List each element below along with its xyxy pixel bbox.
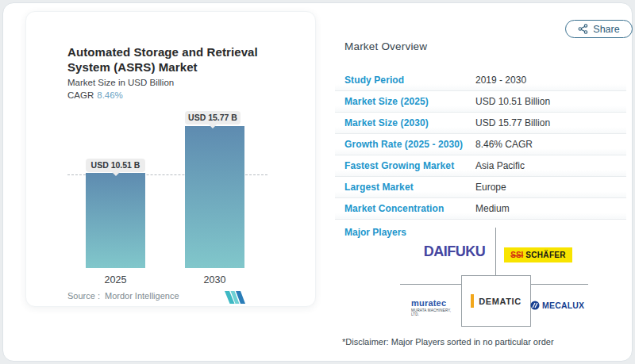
- x-axis-label-2025: 2025: [86, 274, 145, 285]
- muratec-logo: muratec MURATA MACHINERY, LTD.: [411, 298, 459, 316]
- mecalux-logo-text: MECALUX: [542, 301, 584, 310]
- row-value: 8.46% CAGR: [475, 139, 533, 150]
- row-value: Medium: [475, 203, 510, 214]
- table-row: Market Size (2025) USD 10.51 Billion: [335, 91, 626, 113]
- overview-table: Study Period 2019 - 2030 Market Size (20…: [335, 70, 626, 220]
- dematic-logo-text: DEMATIC: [479, 297, 521, 306]
- row-value: Asia Pacific: [475, 160, 525, 171]
- muratec-logo-text: muratec: [411, 298, 459, 308]
- row-value: 2019 - 2030: [475, 75, 526, 86]
- share-button[interactable]: Share: [565, 20, 633, 38]
- row-label: Market Size (2030): [344, 117, 429, 128]
- ssi-logo-prefix: SSI: [510, 251, 523, 259]
- chart-subtitle: Market Size in USD Billion: [67, 78, 174, 87]
- daifuku-logo: DAIFUKU: [416, 243, 493, 260]
- ssi-logo-name: SCHÄFER: [525, 251, 565, 259]
- share-button-label: Share: [593, 24, 619, 35]
- mordor-intelligence-logo-icon: [225, 291, 245, 307]
- row-label: Largest Market: [344, 182, 414, 193]
- disclaimer-text: *Disclaimer: Major Players sorted in no …: [342, 337, 554, 347]
- dematic-logo: DEMATIC: [461, 275, 531, 327]
- table-row: Market Concentration Medium: [335, 198, 626, 220]
- table-row: Market Size (2030) USD 15.77 Billion: [335, 113, 626, 134]
- value-badge-2025: USD 10.51 B: [86, 159, 145, 172]
- major-players-label: Major Players: [344, 227, 406, 238]
- row-label: Growth Rate (2025 - 2030): [344, 139, 463, 150]
- report-card: Automated Storage and Retrieval System (…: [2, 2, 633, 362]
- x-axis-label-2030: 2030: [185, 274, 244, 285]
- row-value: USD 10.51 Billion: [475, 96, 550, 107]
- share-nodes-icon: [578, 24, 588, 34]
- table-row: Study Period 2019 - 2030: [335, 70, 626, 91]
- ssi-schaefer-logo: SSI SCHÄFER: [504, 247, 572, 262]
- row-label: Market Concentration: [344, 203, 444, 214]
- row-label: Market Size (2025): [344, 96, 429, 107]
- row-value: Europe: [475, 182, 506, 193]
- chart-title: Automated Storage and Retrieval System (…: [67, 44, 262, 75]
- source-line: Source :Mordor Intelligence: [67, 291, 179, 301]
- bar-2030: [185, 126, 244, 268]
- players-connector-vertical: [495, 228, 496, 275]
- muratec-logo-subtext: MURATA MACHINERY, LTD.: [411, 308, 459, 316]
- table-row: Largest Market Europe: [335, 177, 626, 198]
- row-value: USD 15.77 Billion: [475, 117, 550, 128]
- dematic-accent-bar: [471, 294, 474, 308]
- table-row: Fastest Growing Market Asia Pacific: [335, 155, 626, 177]
- chart-cagr-line: CAGR8.46%: [67, 90, 123, 100]
- source-label: Source :: [67, 291, 100, 301]
- source-name: Mordor Intelligence: [105, 291, 179, 301]
- bar-2025: [86, 173, 145, 268]
- market-size-chart-card: Automated Storage and Retrieval System (…: [25, 11, 316, 307]
- players-connector-right: [531, 284, 588, 285]
- cagr-value: 8.46%: [97, 90, 123, 100]
- table-row: Growth Rate (2025 - 2030) 8.46% CAGR: [335, 134, 626, 155]
- mecalux-logo-icon: [530, 301, 540, 310]
- cagr-label: CAGR: [67, 90, 94, 100]
- mecalux-logo: MECALUX: [530, 301, 584, 310]
- players-connector-left: [400, 284, 461, 285]
- overview-heading: Market Overview: [344, 40, 427, 52]
- value-badge-2030: USD 15.77 B: [185, 111, 241, 125]
- row-label: Fastest Growing Market: [344, 160, 454, 171]
- row-label: Study Period: [344, 75, 404, 86]
